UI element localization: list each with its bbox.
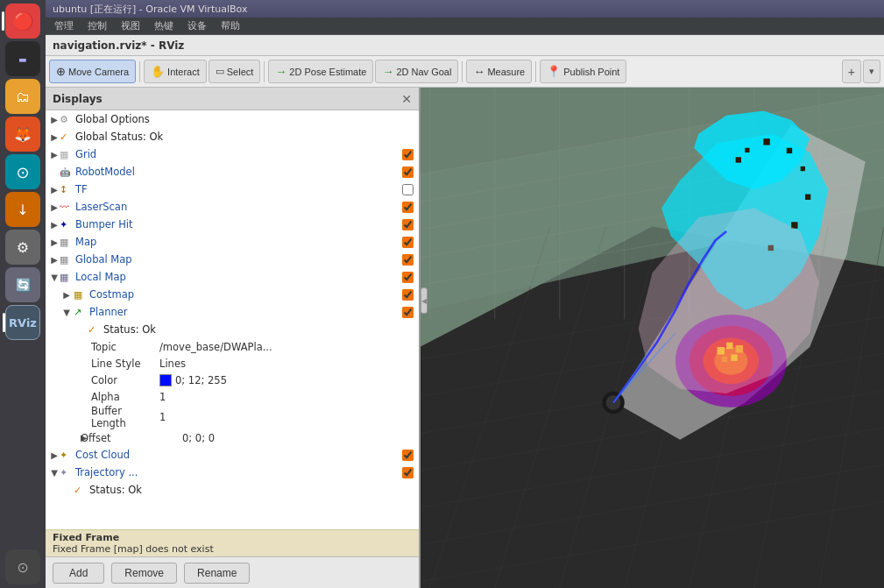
- remove-button[interactable]: Remove: [111, 563, 177, 584]
- expand-map[interactable]: ▶: [46, 237, 60, 247]
- sidebar-icon-ubuntu[interactable]: 🔴: [5, 4, 40, 39]
- tree-item-global-options[interactable]: ▶ ⚙ Global Options: [46, 110, 419, 128]
- expand-costmap[interactable]: ▶: [60, 290, 74, 300]
- viewport[interactable]: ◀: [421, 88, 884, 588]
- expand-global-status[interactable]: ▶: [46, 132, 60, 142]
- cb-cell-map: [396, 237, 419, 248]
- expand-bumper[interactable]: ▶: [46, 220, 60, 230]
- label-cost-cloud: Cost Cloud: [74, 449, 396, 461]
- prop-value-color: 0; 12; 255: [175, 374, 419, 386]
- label-planner: Planner: [88, 306, 396, 318]
- prop-value-alpha: 1: [159, 391, 419, 403]
- prop-row-color: Color 0; 12; 255: [46, 372, 419, 388]
- move-camera-label: Move Camera: [68, 67, 129, 77]
- icon-robot-model: 🤖: [60, 167, 74, 177]
- expand-offset[interactable]: ▶: [46, 433, 81, 443]
- checkbox-global-map[interactable]: [402, 254, 414, 266]
- checkbox-planner[interactable]: [402, 307, 414, 318]
- tool-2d-pose[interactable]: → 2D Pose Estimate: [268, 60, 373, 83]
- icon-bumper: ✦: [60, 219, 74, 230]
- expand-cost-cloud[interactable]: ▶: [46, 450, 60, 460]
- toolbar-more-btn[interactable]: ▾: [863, 60, 880, 83]
- tree-item-robot-model[interactable]: 🤖 RobotModel: [46, 163, 419, 181]
- checkbox-costmap[interactable]: [402, 289, 414, 301]
- panel-resize-handle[interactable]: ◀: [421, 287, 428, 314]
- sidebar-icon-terminal[interactable]: ▬: [5, 41, 40, 76]
- viewport-svg: [421, 88, 884, 588]
- prop-row-offset[interactable]: ▶ Offset 0; 0; 0: [46, 429, 419, 446]
- expand-planner[interactable]: ▼: [60, 308, 74, 317]
- sidebar-icon-arduino[interactable]: ⊙: [5, 154, 40, 189]
- tree-item-costmap[interactable]: ▶ ▦ Costmap: [46, 286, 419, 303]
- checkbox-map[interactable]: [402, 237, 414, 248]
- svg-rect-37: [805, 195, 810, 200]
- tree-item-map[interactable]: ▶ ▦ Map: [46, 233, 419, 251]
- tool-move-camera[interactable]: ⊕ Move Camera: [49, 60, 136, 83]
- label-global-map: Global Map: [74, 253, 396, 266]
- checkbox-local-map[interactable]: [402, 272, 414, 283]
- displays-title: Displays: [53, 93, 103, 105]
- cb-cell-local-map: [396, 272, 419, 283]
- tree-item-planner[interactable]: ▼ ↗ Planner: [46, 303, 419, 321]
- tree-item-trajectory[interactable]: ▼ ✦ Trajectory ...: [46, 464, 419, 481]
- prop-value-topic: /move_base/DWAPla...: [159, 341, 419, 353]
- publish-icon: 📍: [547, 65, 561, 78]
- label-trajectory-status: Status: Ok: [88, 484, 419, 496]
- displays-close[interactable]: ✕: [401, 93, 412, 105]
- menu-item-control[interactable]: 控制: [82, 18, 112, 33]
- checkbox-trajectory[interactable]: [402, 467, 414, 478]
- menu-item-view[interactable]: 视图: [116, 18, 145, 33]
- sidebar-icon-install[interactable]: ↓: [5, 192, 40, 227]
- tree-item-cost-cloud[interactable]: ▶ ✦ Cost Cloud: [46, 446, 419, 464]
- checkbox-cost-cloud[interactable]: [402, 450, 414, 461]
- tree-item-global-map[interactable]: ▶ ▦ Global Map: [46, 251, 419, 268]
- expand-laser[interactable]: ▶: [46, 202, 60, 212]
- tool-select[interactable]: ▭ Select: [209, 60, 261, 83]
- menu-item-hotkey[interactable]: 热键: [149, 18, 179, 33]
- expand-grid[interactable]: ▶: [46, 150, 60, 159]
- tree-item-global-status[interactable]: ▶ ✓ Global Status: Ok: [46, 128, 419, 145]
- checkbox-grid[interactable]: [402, 149, 414, 160]
- cb-cell-robot: [396, 166, 419, 178]
- toolbar-add-btn[interactable]: +: [842, 60, 861, 83]
- move-camera-icon: ⊕: [56, 65, 66, 78]
- icon-cost-cloud: ✦: [60, 450, 74, 461]
- tree-item-grid[interactable]: ▶ ▦ Grid: [46, 145, 419, 163]
- menu-item-devices[interactable]: 设备: [182, 18, 212, 33]
- label-local-map: Local Map: [74, 271, 396, 283]
- tree-item-laser[interactable]: ▶ 〰 LaserScan: [46, 198, 419, 216]
- sidebar-icon-settings[interactable]: ⚙: [5, 230, 40, 265]
- checkbox-laser[interactable]: [402, 202, 414, 213]
- tool-2d-nav[interactable]: → 2D Nav Goal: [375, 60, 458, 83]
- expand-local-map[interactable]: ▼: [46, 273, 60, 282]
- sidebar-icon-update[interactable]: 🔄: [5, 267, 40, 302]
- label-trajectory: Trajectory ...: [74, 466, 396, 478]
- rename-button[interactable]: Rename: [184, 563, 250, 584]
- prop-value-offset: 0; 0; 0: [182, 432, 419, 444]
- expand-global-options[interactable]: ▶: [46, 115, 60, 124]
- prop-value-linestyle: Lines: [159, 358, 419, 370]
- expand-global-map[interactable]: ▶: [46, 255, 60, 265]
- icon-trajectory-status: ✓: [74, 485, 88, 496]
- checkbox-tf[interactable]: [402, 184, 414, 195]
- tree-item-tf[interactable]: ▶ ↕ TF: [46, 181, 419, 198]
- tool-measure[interactable]: ↔ Measure: [466, 60, 532, 83]
- tree-item-bumper[interactable]: ▶ ✦ Bumper Hit: [46, 216, 419, 233]
- publish-label: Publish Point: [563, 67, 619, 77]
- tree-item-local-map[interactable]: ▼ ▦ Local Map: [46, 268, 419, 286]
- add-button[interactable]: Add: [53, 563, 104, 584]
- checkbox-robot-model[interactable]: [402, 166, 414, 178]
- expand-tf[interactable]: ▶: [46, 185, 60, 195]
- prop-value-buffer: 1: [159, 411, 419, 423]
- checkbox-bumper[interactable]: [402, 219, 414, 230]
- tool-interact[interactable]: ✋ Interact: [144, 60, 207, 83]
- select-label: Select: [227, 67, 254, 77]
- menu-item-manage[interactable]: 管理: [49, 18, 79, 33]
- menu-item-help[interactable]: 帮助: [216, 18, 245, 33]
- sidebar-icon-rviz[interactable]: RViz: [5, 305, 40, 340]
- sidebar-icon-disc[interactable]: ⊙: [5, 549, 40, 584]
- sidebar-icon-firefox[interactable]: 🦊: [5, 117, 40, 152]
- sidebar-icon-files[interactable]: 🗂: [5, 79, 40, 114]
- expand-trajectory[interactable]: ▼: [46, 468, 60, 478]
- tool-publish[interactable]: 📍 Publish Point: [540, 60, 626, 83]
